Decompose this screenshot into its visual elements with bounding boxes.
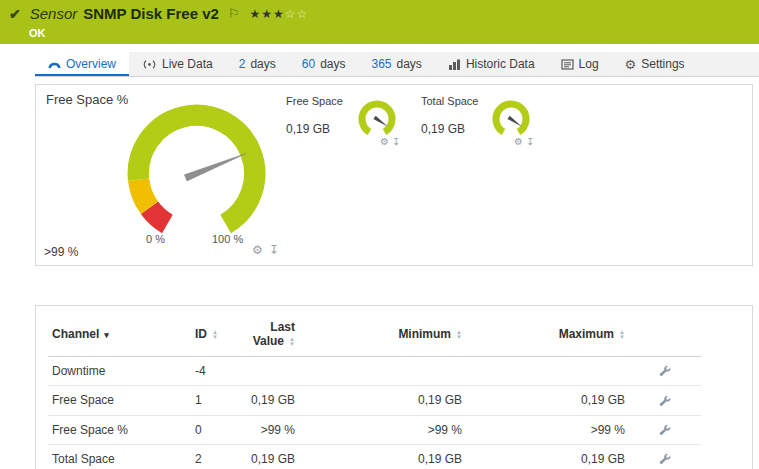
tab-label: days [397, 57, 422, 71]
last-value-cell [241, 357, 299, 386]
last-value-cell: 0,19 GB [241, 444, 299, 469]
table-header-row: Channel▾ ID▲▼ Last Value▲▼ Minimum▲▼ Max… [48, 312, 701, 357]
gauge-scale-max: 100 % [212, 233, 243, 245]
header-label: Channel [52, 327, 99, 341]
last-value-cell: 0,19 GB [241, 386, 299, 415]
tab-settings[interactable]: ⚙ Settings [612, 52, 698, 76]
gauge-pin-icon[interactable]: ↧ [269, 243, 279, 257]
mini-gauge-value: 0,19 GB [286, 122, 330, 136]
mini-gauge-value: 0,19 GB [421, 122, 465, 136]
gauge-needle [507, 116, 521, 127]
tab-60-days[interactable]: 60 days [289, 52, 359, 76]
stars-filled[interactable]: ★★★ [250, 7, 285, 21]
channel-sort-dropdown-icon[interactable]: ▾ [104, 330, 109, 340]
mini-gauge-controls: ⚙↧ [514, 136, 537, 147]
sort-icon[interactable]: ▲▼ [212, 330, 218, 340]
channel-name-cell: Downtime [48, 357, 191, 386]
prtg-sensor-page: ✔ Sensor SNMP Disk Free v2 ⚐ ★★★☆☆ OK Ov… [0, 0, 759, 469]
priority-flag-icon[interactable]: ⚐ [228, 6, 240, 21]
maximum-cell [466, 357, 629, 386]
tab-historic-data[interactable]: Historic Data [435, 52, 548, 76]
mini-gauge-title: Free Space [286, 95, 343, 107]
primary-gauge-controls: ⚙↧ [252, 243, 285, 257]
free-space-percent-gauge [114, 91, 279, 256]
channel-settings-wrench-icon[interactable] [659, 453, 672, 466]
column-header-last-value[interactable]: Last Value▲▼ [241, 312, 299, 357]
priority-stars[interactable]: ★★★☆☆ [250, 7, 309, 21]
channel-settings-wrench-icon[interactable] [659, 395, 672, 408]
tab-label: days [320, 57, 345, 71]
header-label: Minimum [398, 327, 451, 341]
channel-name-cell: Free Space [48, 386, 191, 415]
tab-365-days[interactable]: 365 days [358, 52, 434, 76]
tab-label: days [250, 57, 275, 71]
channel-settings-wrench-icon[interactable] [659, 424, 672, 437]
tab-live-data[interactable]: Live Data [129, 52, 226, 76]
maximum-cell: 0,19 GB [466, 386, 629, 415]
sort-icon[interactable]: ▲▼ [456, 330, 462, 340]
minimum-cell: 0,19 GB [299, 444, 466, 469]
table-row: Downtime -4 [48, 357, 701, 386]
tab-number: 365 [371, 57, 391, 71]
column-header-id[interactable]: ID▲▼ [191, 312, 241, 357]
minimum-cell [299, 357, 466, 386]
table-row: Free Space 1 0,19 GB 0,19 GB 0,19 GB [48, 386, 701, 415]
bar-chart-icon [448, 59, 461, 70]
channel-id-cell: 2 [191, 444, 241, 469]
column-header-maximum[interactable]: Maximum▲▼ [466, 312, 629, 357]
tab-label: Overview [66, 57, 116, 71]
mini-gauge-controls: ⚙↧ [380, 136, 403, 147]
minimum-cell: >99 % [299, 415, 466, 444]
column-header-minimum[interactable]: Minimum▲▼ [299, 312, 466, 357]
channel-settings-wrench-icon[interactable] [659, 365, 672, 378]
sort-icon[interactable]: ▲▼ [619, 330, 625, 340]
sensor-header-bar: ✔ Sensor SNMP Disk Free v2 ⚐ ★★★☆☆ OK [0, 0, 759, 44]
tab-bar: Overview Live Data 2 days 60 days 365 da… [35, 52, 759, 77]
log-icon [561, 59, 574, 70]
header-label: ID [195, 327, 207, 341]
tab-number: 60 [302, 57, 315, 71]
gauge-needle [373, 116, 387, 127]
gauge-pin-icon[interactable]: ↧ [526, 136, 534, 147]
sensor-title: SNMP Disk Free v2 [83, 5, 219, 22]
tab-label: Live Data [162, 57, 213, 71]
table-row: Total Space 2 0,19 GB 0,19 GB 0,19 GB [48, 444, 701, 469]
broadcast-icon [142, 59, 157, 70]
sort-icon[interactable]: ▲▼ [289, 337, 295, 347]
column-header-channel[interactable]: Channel▾ [48, 312, 191, 357]
header-label: Maximum [559, 327, 614, 341]
channel-table: Channel▾ ID▲▼ Last Value▲▼ Minimum▲▼ Max… [48, 312, 701, 469]
gauge-settings-gear-icon[interactable]: ⚙ [514, 136, 523, 147]
gauge-settings-gear-icon[interactable]: ⚙ [252, 243, 263, 257]
overview-gauge-panel: Free Space % 0 % 100 % >99 % ⚙↧ Free Spa… [35, 84, 753, 266]
gauge-icon [48, 59, 61, 69]
channel-id-cell: 0 [191, 415, 241, 444]
object-kind-label: Sensor [30, 5, 78, 22]
sensor-status-text: OK [29, 27, 46, 39]
status-ok-check-icon: ✔ [9, 6, 21, 22]
channel-table-panel: Channel▾ ID▲▼ Last Value▲▼ Minimum▲▼ Max… [35, 305, 753, 469]
gauge-scale-min: 0 % [146, 233, 165, 245]
tab-2-days[interactable]: 2 days [226, 52, 289, 76]
gauge-needle [184, 154, 246, 181]
stars-empty[interactable]: ☆☆ [285, 7, 309, 21]
gauge-pin-icon[interactable]: ↧ [392, 136, 400, 147]
gauge-settings-gear-icon[interactable]: ⚙ [380, 136, 389, 147]
table-row: Free Space % 0 >99 % >99 % >99 % [48, 415, 701, 444]
last-value-cell: >99 % [241, 415, 299, 444]
tab-overview[interactable]: Overview [35, 52, 129, 76]
gear-icon: ⚙ [625, 57, 637, 72]
tab-label: Historic Data [466, 57, 535, 71]
maximum-cell: 0,19 GB [466, 444, 629, 469]
mini-gauge-title: Total Space [421, 95, 478, 107]
channel-name-cell: Free Space % [48, 415, 191, 444]
tab-number: 2 [239, 57, 246, 71]
channel-id-cell: 1 [191, 386, 241, 415]
channel-id-cell: -4 [191, 357, 241, 386]
tab-label: Settings [641, 57, 684, 71]
channel-name-cell: Total Space [48, 444, 191, 469]
column-header-actions [629, 312, 701, 357]
maximum-cell: >99 % [466, 415, 629, 444]
tab-label: Log [579, 57, 599, 71]
tab-log[interactable]: Log [548, 52, 612, 76]
